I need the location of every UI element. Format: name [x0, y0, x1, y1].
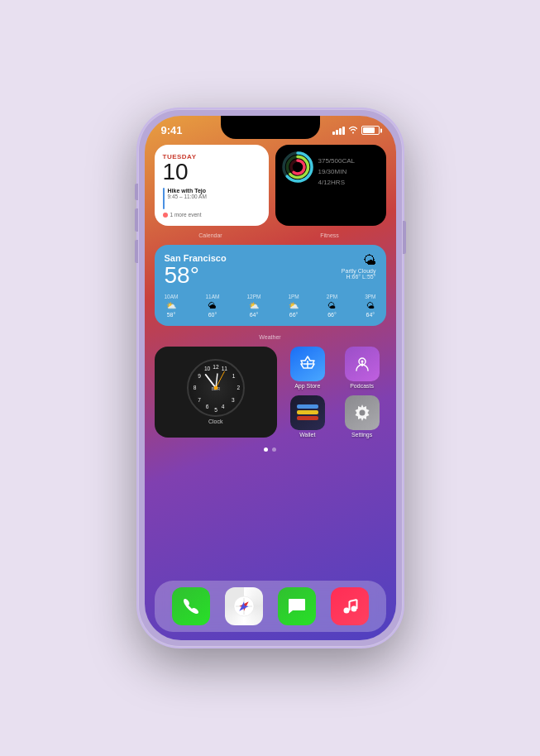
svg-text:11: 11 [221, 366, 227, 372]
power-button[interactable] [403, 221, 406, 254]
wifi-icon [348, 126, 358, 136]
appstore-name: App Store [294, 383, 320, 389]
more-event: 1 more event [163, 212, 260, 218]
svg-point-36 [351, 606, 356, 612]
appstore-app[interactable]: App Store [284, 347, 332, 389]
clock-svg: 12 1 2 3 4 5 6 7 8 9 10 11 [189, 359, 243, 417]
event-time: 9:45 – 11:00 AM [168, 194, 207, 199]
calendar-widget[interactable]: TUESDAY 10 Hike with Tejo 9:45 – 11:00 A… [155, 145, 269, 226]
home-content: TUESDAY 10 Hike with Tejo 9:45 – 11:00 A… [145, 138, 396, 577]
stat-stand: 4/12HRS [318, 176, 380, 186]
appstore-icon [290, 347, 325, 381]
wallet-name: Wallet [299, 432, 315, 438]
weather-temp: 58° [165, 263, 227, 289]
event-bar [163, 188, 165, 209]
wallet-icon [290, 395, 325, 430]
wallet-stripe-2 [297, 410, 318, 414]
fitness-widget[interactable]: 375/500CAL 19/30MIN 4/12HRS [275, 145, 386, 226]
weather-condition: Partly Cloudy [342, 268, 376, 274]
svg-point-29 [359, 409, 365, 415]
signal-bar-2 [336, 130, 338, 135]
phone-icon [180, 596, 202, 617]
appstore-svg [297, 353, 318, 375]
settings-svg [351, 402, 373, 423]
page-dot-1 [264, 447, 268, 452]
phone-screen: 9:41 [145, 116, 396, 640]
status-icons [332, 126, 380, 136]
phone-device: 9:41 [138, 109, 403, 647]
weather-hour-4: 2PM 🌤 66° [327, 294, 337, 318]
apps-grid: App Store Podcasts [284, 347, 386, 438]
safari-icon [232, 595, 256, 618]
podcasts-icon [345, 347, 380, 381]
weather-hl: H:66° L:55° [342, 274, 376, 280]
weather-hour-2: 12PM ⛅ 64° [246, 294, 260, 318]
page-dots [155, 444, 386, 455]
weather-hour-0: 10AM ⛅ 58° [165, 294, 179, 318]
clock-face: 12 1 2 3 4 5 6 7 8 9 10 11 [187, 359, 245, 417]
wallet-app[interactable]: Wallet [284, 395, 332, 438]
svg-text:4: 4 [221, 404, 224, 410]
battery-fill [363, 127, 375, 133]
dock-safari[interactable] [225, 587, 263, 625]
clock-label: Clock [208, 419, 223, 424]
signal-bars [332, 127, 345, 135]
widget-labels-row1: Calendar Fitness [155, 232, 386, 238]
svg-text:1: 1 [232, 373, 236, 379]
fitness-label: Fitness [274, 232, 386, 238]
signal-bar-3 [339, 128, 342, 135]
podcasts-app[interactable]: Podcasts [338, 347, 386, 389]
dock-messages[interactable] [278, 587, 316, 625]
svg-text:6: 6 [205, 404, 208, 410]
wallet-inner [297, 404, 318, 420]
weather-left: San Francisco 58° [165, 253, 227, 289]
weather-cloud-icon: 🌤 [342, 253, 376, 268]
svg-text:3: 3 [232, 397, 235, 403]
volume-down-button[interactable] [135, 240, 138, 263]
weather-right: 🌤 Partly Cloudy H:66° L:55° [342, 253, 376, 280]
status-time: 9:41 [161, 124, 183, 136]
svg-point-26 [361, 360, 363, 362]
podcasts-svg [352, 354, 372, 374]
svg-text:8: 8 [193, 385, 196, 390]
weather-label: Weather [155, 334, 386, 340]
settings-icon [345, 395, 380, 430]
activity-rings [282, 151, 313, 183]
svg-text:2: 2 [237, 385, 240, 390]
svg-text:9: 9 [198, 373, 201, 379]
messages-icon [286, 596, 308, 617]
svg-text:12: 12 [213, 365, 219, 371]
dock-phone[interactable] [172, 587, 210, 625]
signal-bar-4 [342, 127, 345, 135]
event-text: Hike with Tejo 9:45 – 11:00 AM [168, 188, 207, 199]
silent-switch[interactable] [135, 184, 138, 200]
clock-widget[interactable]: 12 1 2 3 4 5 6 7 8 9 10 11 [155, 347, 277, 438]
svg-text:5: 5 [214, 408, 217, 414]
weather-hour-1: 11AM 🌥 60° [205, 294, 219, 318]
wallet-stripe-3 [297, 416, 318, 420]
weather-header: San Francisco 58° 🌤 Partly Cloudy H:66° … [165, 253, 376, 289]
volume-up-button[interactable] [135, 208, 138, 232]
svg-text:10: 10 [204, 366, 211, 372]
weather-widget[interactable]: San Francisco 58° 🌤 Partly Cloudy H:66° … [155, 245, 386, 326]
svg-point-35 [343, 608, 349, 614]
svg-point-22 [213, 386, 217, 390]
signal-bar-1 [332, 132, 335, 135]
svg-text:7: 7 [198, 397, 201, 403]
calendar-event: Hike with Tejo 9:45 – 11:00 AM [163, 188, 260, 209]
stat-move: 375/500CAL [318, 155, 380, 165]
widgets-row-top: TUESDAY 10 Hike with Tejo 9:45 – 11:00 A… [155, 145, 386, 226]
stat-exercise: 19/30MIN [318, 165, 380, 175]
battery-icon [361, 126, 380, 135]
weather-hourly: 10AM ⛅ 58° 11AM 🌥 60° 12PM ⛅ 64° [165, 294, 376, 318]
apps-row: 12 1 2 3 4 5 6 7 8 9 10 11 [155, 347, 386, 438]
svg-line-39 [349, 600, 356, 601]
settings-app[interactable]: Settings [338, 395, 386, 438]
dock [155, 581, 386, 632]
weather-hour-5: 3PM 🌤 64° [365, 294, 375, 318]
more-text: 1 more event [170, 212, 202, 218]
page-dot-2 [272, 447, 276, 452]
dock-music[interactable] [331, 587, 369, 625]
notch [221, 116, 320, 139]
event-title: Hike with Tejo [168, 188, 207, 194]
